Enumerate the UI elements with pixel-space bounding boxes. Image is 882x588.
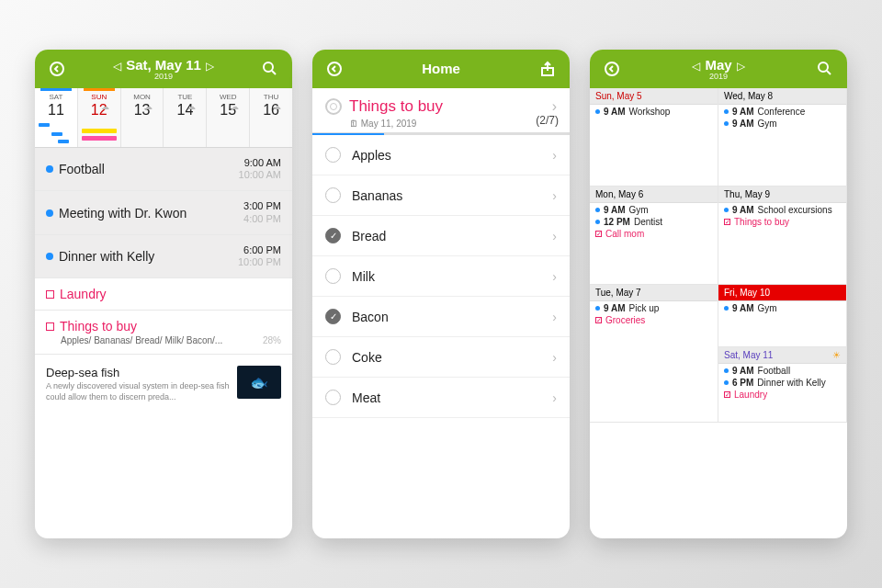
chevron-right-icon: › [552,350,557,365]
back-button[interactable] [599,61,625,77]
week-event[interactable]: 9 AMWorkshop [590,105,718,117]
list-item[interactable]: Bread› [312,216,570,256]
checkbox-icon: ✓ [595,317,602,323]
share-icon [539,61,556,77]
event-dot-icon [724,380,729,385]
back-button[interactable] [44,61,70,77]
event-dot-icon [724,208,729,212]
event-dot-icon [46,165,53,173]
chevron-right-icon: › [552,390,557,405]
event-row[interactable]: Meeting with Dr. Kwon3:00 PM4:00 PM [35,191,292,234]
next-month-icon[interactable]: ▷ [737,60,745,73]
checkbox[interactable] [325,349,341,365]
day-column[interactable]: SUN12☁ [78,88,121,147]
event-dot-icon [724,306,729,311]
week-event[interactable]: 9 AMFootball [718,364,846,376]
day-heading: Fri, May 10 [718,285,846,301]
search-button[interactable] [812,61,838,77]
page-title: Home [422,61,460,76]
svg-point-2 [328,62,341,75]
task-row[interactable]: Things to buyApples/ Bananas/ Bread/ Mil… [35,311,292,355]
day-heading: Sun, May 5 [590,88,718,105]
week-cell[interactable]: Sun, May 59 AMWorkshop [590,88,718,187]
week-cell[interactable]: Tue, May 79 AMPick up✓Groceries [590,285,718,423]
next-day-icon[interactable]: ▷ [206,60,214,73]
list-header[interactable]: Things to buy› 🗓 May 11, 2019 (2/7) [312,88,570,133]
week-cell[interactable]: Wed, May 89 AMConference9 AMGym [718,88,847,187]
week-task[interactable]: ✓Laundry [718,388,846,400]
svg-point-4 [605,62,618,75]
weather-icon: ☁ [231,102,239,111]
week-event[interactable]: 9 AMGym [718,301,846,313]
header: Home [312,50,570,88]
event-row[interactable]: Football9:00 AM10:00 AM [35,148,292,191]
checkbox-icon: ✓ [724,391,730,398]
list-item[interactable]: Coke› [312,337,570,378]
week-event[interactable]: 6 PMDinner with Kelly [718,376,846,388]
day-column[interactable]: MON13☁ [121,88,164,147]
day-column[interactable]: SAT11 [35,88,78,147]
prev-day-icon[interactable]: ◁ [113,60,121,73]
svg-point-1 [264,62,273,72]
header: ◁Sat, May 11▷ 2019 [35,50,292,88]
header-title[interactable]: ◁Sat, May 11▷ 2019 [108,58,219,81]
week-cell[interactable]: Fri, May 109 AMGymSat, May 11 ☀9 AMFootb… [718,285,847,423]
news-card[interactable]: Deep-sea fishA newly discovered visual s… [46,362,281,406]
week-cell[interactable]: Mon, May 69 AMGym12 PMDentist✓Call mom [590,187,718,285]
week-event[interactable]: 12 PMDentist [590,215,718,227]
header-title[interactable]: ◁May▷ 2019 [687,58,749,81]
event-dot-icon [595,109,600,114]
week-event[interactable]: 9 AMConference [718,105,846,117]
list-item[interactable]: Meat› [312,378,570,418]
day-column[interactable]: WED15☁ [207,88,250,147]
list-item[interactable]: Bacon› [312,297,570,337]
week-event[interactable]: 9 AMGym [718,117,846,129]
week-grid: Sun, May 59 AMWorkshopWed, May 89 AMConf… [590,88,847,538]
checkbox[interactable] [325,187,341,203]
search-icon [262,61,278,77]
day-heading: Wed, May 8 [718,88,846,105]
checkbox[interactable] [325,268,341,284]
week-event[interactable]: 9 AMPick up [590,301,718,313]
week-task[interactable]: ✓Things to buy [718,215,846,227]
news-image: 🐟 [237,366,281,399]
list-screen: Home Things to buy› 🗓 May 11, 2019 (2/7)… [312,50,570,538]
chevron-right-icon: › [552,188,557,203]
list-date: 🗓 May 11, 2019 [349,119,557,129]
checkbox[interactable] [325,309,341,324]
day-column[interactable]: TUE14☁ [164,88,207,147]
back-button[interactable] [322,61,347,77]
chevron-right-icon: › [552,229,557,243]
task-row[interactable]: Laundry [35,278,292,311]
back-icon [604,61,620,77]
event-row[interactable]: Dinner with Kelly6:00 PM10:00 PM [35,235,292,278]
header: ◁May▷ 2019 [590,50,847,88]
event-dot-icon [595,306,600,311]
back-icon [326,61,343,77]
checkbox[interactable] [325,228,341,243]
day-column[interactable]: THU16☁ [250,88,292,147]
weather-icon: ☁ [101,102,109,111]
week-view-screen: ◁May▷ 2019 Sun, May 59 AMWorkshopWed, Ma… [590,50,847,538]
week-event[interactable]: 9 AMGym [590,203,718,215]
week-task[interactable]: ✓Groceries [590,313,718,325]
event-dot-icon [595,220,600,224]
search-button[interactable] [257,61,283,77]
list-item[interactable]: Milk› [312,256,570,297]
checkbox[interactable] [325,147,341,163]
week-event[interactable]: 9 AMSchool excursions [718,203,846,215]
prev-month-icon[interactable]: ◁ [692,60,700,73]
event-dot-icon [46,209,53,217]
list-item[interactable]: Apples› [312,135,570,175]
day-heading: Mon, May 6 [590,187,718,203]
agenda-list: Football9:00 AM10:00 AMMeeting with Dr. … [35,148,292,538]
event-dot-icon [724,121,729,126]
week-task[interactable]: ✓Call mom [590,227,718,239]
list-item[interactable]: Bananas› [312,175,570,216]
list-counter: (2/7) [536,114,559,127]
week-cell[interactable]: Thu, May 99 AMSchool excursions✓Things t… [718,187,847,285]
chevron-right-icon: › [552,98,557,115]
checkbox[interactable] [325,390,341,405]
share-button[interactable] [535,61,560,77]
search-icon [817,61,833,77]
